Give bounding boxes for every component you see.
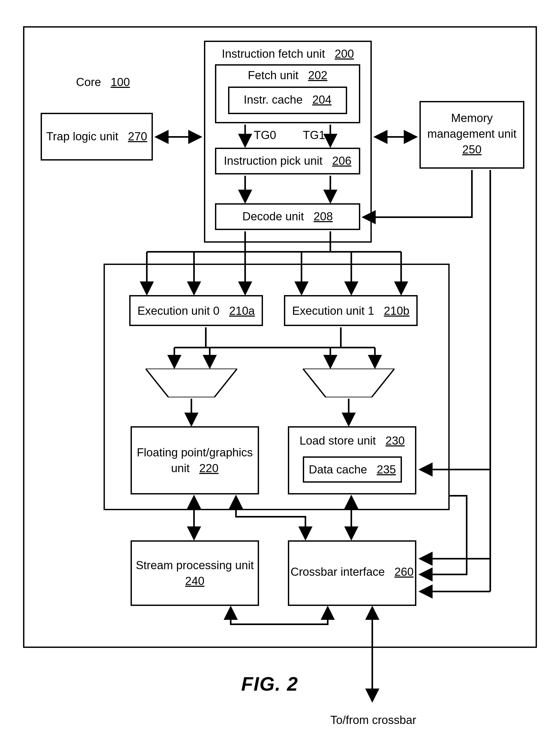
fgu-ref: 220 — [199, 462, 218, 474]
core-label-ref: 100 — [111, 76, 130, 88]
decode-unit-label: Decode unit 208 — [215, 210, 360, 223]
icache-label-ref: 204 — [312, 93, 331, 106]
pick-label-text: Instruction pick unit — [224, 154, 323, 167]
lsu-label-ref: 230 — [385, 434, 405, 447]
page: Core 100 Instruction fetch unit 200 Fetc… — [0, 0, 560, 741]
mmu-line1: Memory — [451, 112, 493, 124]
xbar-label-ref: 260 — [394, 565, 413, 578]
mmu-ref: 250 — [462, 143, 481, 156]
ifu-title: Instruction fetch unit 200 — [204, 47, 372, 60]
pick-unit-label: Instruction pick unit 206 — [215, 154, 360, 167]
xbar-label: Crossbar interface 260 — [288, 565, 416, 579]
spu-label: Stream processing unit 240 — [131, 557, 259, 589]
fgu-label: Floating point/graphics unit 220 — [131, 445, 259, 476]
dcache-label-text: Data cache — [309, 463, 367, 476]
fetch-label-text: Fetch unit — [248, 69, 298, 82]
trap-label-ref: 270 — [128, 130, 147, 143]
data-cache-label: Data cache 235 — [303, 463, 402, 476]
tg0-label: TG0 — [254, 129, 276, 142]
trap-label-text: Trap logic unit — [47, 130, 118, 143]
pick-label-ref: 206 — [332, 154, 351, 167]
ifu-title-text: Instruction fetch unit — [222, 47, 325, 60]
fetch-unit-label: Fetch unit 202 — [215, 69, 360, 82]
exu1-label: Execution unit 1 210b — [284, 304, 418, 317]
icache-label-text: Instr. cache — [244, 93, 303, 106]
footer-label: To/from crossbar — [330, 714, 416, 727]
spu-line1: Stream processing unit — [136, 559, 254, 571]
exu0-label-ref: 210a — [229, 304, 255, 317]
mmu-line2: management unit — [427, 127, 516, 140]
trap-logic-label: Trap logic unit 270 — [41, 130, 153, 143]
figure-label: FIG. 2 — [241, 673, 298, 695]
core-label: Core 100 — [76, 76, 130, 89]
fetch-label-ref: 202 — [308, 69, 327, 82]
lsu-label-text: Load store unit — [299, 434, 376, 447]
decode-label-text: Decode unit — [242, 210, 304, 223]
spu-ref: 240 — [185, 575, 204, 587]
tg1-label: TG1 — [303, 129, 325, 142]
lsu-label: Load store unit 230 — [288, 434, 416, 447]
decode-label-ref: 208 — [314, 210, 333, 223]
ifu-title-ref: 200 — [335, 47, 354, 60]
dcache-label-ref: 235 — [377, 463, 396, 476]
exu1-label-ref: 210b — [384, 304, 409, 317]
exu0-label: Execution unit 0 210a — [129, 304, 263, 317]
xbar-label-text: Crossbar interface — [291, 565, 385, 578]
fgu-line2: unit — [171, 462, 189, 474]
instr-cache-label: Instr. cache 204 — [228, 93, 347, 106]
fgu-line1: Floating point/graphics — [137, 446, 253, 459]
exu0-label-text: Execution unit 0 — [137, 304, 220, 317]
core-label-text: Core — [76, 76, 101, 88]
exu1-label-text: Execution unit 1 — [292, 304, 374, 317]
mmu-label: Memory management unit 250 — [419, 110, 524, 157]
